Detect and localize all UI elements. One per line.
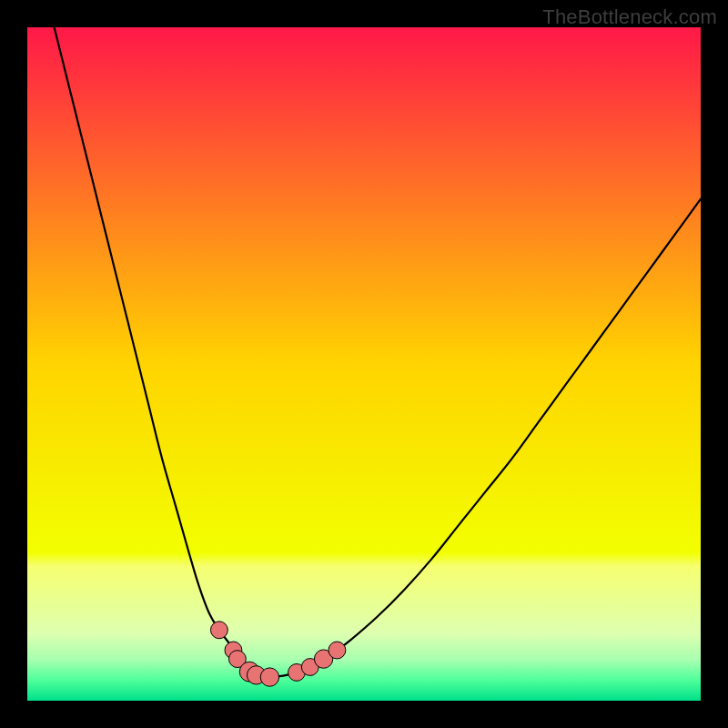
marker-group (210, 622, 345, 686)
right-branch-curve (269, 199, 701, 677)
curve-layer (27, 27, 701, 701)
watermark-text: TheBottleneck.com (542, 5, 717, 29)
plot-area (27, 27, 701, 701)
data-marker (329, 642, 346, 659)
left-branch-curve (55, 27, 270, 677)
data-marker (210, 622, 228, 639)
chart-frame: TheBottleneck.com (0, 0, 728, 728)
data-marker (260, 668, 278, 686)
